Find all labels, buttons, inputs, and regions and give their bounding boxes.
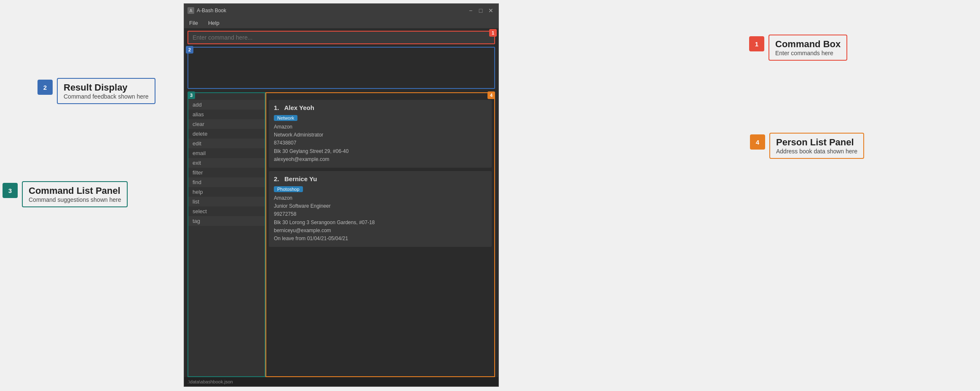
- label-title-persons: Person List Panel: [776, 137, 857, 148]
- command-item-tag[interactable]: tag: [188, 216, 265, 226]
- label-box-result: Result Display Command feedback shown he…: [57, 78, 155, 104]
- command-list-badge: 3: [187, 91, 195, 99]
- result-display-badge: 2: [186, 46, 193, 54]
- person-name-2: 2. Bernice Yu: [274, 175, 487, 182]
- command-item-help[interactable]: help: [188, 187, 265, 197]
- person-list-wrapper: 4 1. Alex Yeoh Network Amazon Network Ad…: [265, 92, 495, 377]
- app-icon: A: [187, 7, 194, 14]
- bottom-area: 3 add alias clear delete edit email exit…: [184, 91, 498, 377]
- person-list-badge: 4: [487, 91, 495, 99]
- command-item-select[interactable]: select: [188, 206, 265, 216]
- person-detail-2: Amazon Junior Software Engineer 99272758…: [274, 194, 487, 243]
- title-bar: A A-Bash Book − □ ✕: [184, 4, 498, 17]
- person-tag-2: Photoshop: [274, 186, 303, 192]
- label-command-box: 1 Command Box Enter commands here: [749, 35, 847, 61]
- label-command-list: 3 Command List Panel Command suggestions…: [3, 181, 128, 207]
- command-item-clear[interactable]: clear: [188, 119, 265, 129]
- label-subtitle-cmdbox: Enter commands here: [775, 50, 841, 56]
- label-box-command: Command List Panel Command suggestions s…: [22, 181, 128, 207]
- label-title-result: Result Display: [64, 82, 149, 93]
- menu-bar: File Help: [184, 17, 498, 28]
- label-box-cmdbox: Command Box Enter commands here: [768, 35, 847, 61]
- person-name-1: 1. Alex Yeoh: [274, 104, 487, 111]
- label-box-persons: Person List Panel Address book data show…: [769, 133, 864, 159]
- label-subtitle-result: Command feedback shown here: [64, 93, 149, 100]
- person-detail-1: Amazon Network Administrator 87438807 Bl…: [274, 123, 487, 163]
- label-subtitle-command: Command suggestions shown here: [29, 196, 121, 203]
- command-input[interactable]: [187, 31, 495, 44]
- label-badge-persons: 4: [750, 134, 765, 150]
- command-item-filter[interactable]: filter: [188, 168, 265, 177]
- label-title-command: Command List Panel: [29, 185, 121, 196]
- command-box-section: 1: [184, 28, 498, 47]
- app-title: A-Bash Book: [197, 8, 466, 13]
- person-card-2[interactable]: 2. Bernice Yu Photoshop Amazon Junior So…: [269, 171, 492, 247]
- result-display-panel: [187, 47, 495, 89]
- label-person-list: 4 Person List Panel Address book data sh…: [750, 133, 864, 159]
- minimize-button[interactable]: −: [466, 6, 475, 15]
- command-box-badge: 1: [489, 29, 497, 37]
- label-title-cmdbox: Command Box: [775, 39, 841, 50]
- command-item-list[interactable]: list: [188, 197, 265, 206]
- menu-help[interactable]: Help: [206, 19, 221, 27]
- app-window: A A-Bash Book − □ ✕ File Help 1 2 3 add …: [184, 3, 499, 387]
- command-item-delete[interactable]: delete: [188, 129, 265, 139]
- maximize-button[interactable]: □: [477, 6, 485, 15]
- command-item-add[interactable]: add: [188, 100, 265, 110]
- command-item-email[interactable]: email: [188, 148, 265, 158]
- person-tag-1: Network: [274, 115, 297, 121]
- window-controls: − □ ✕: [466, 6, 495, 15]
- menu-file[interactable]: File: [187, 19, 200, 27]
- command-list-panel[interactable]: add alias clear delete edit email exit f…: [187, 92, 265, 377]
- label-subtitle-persons: Address book data shown here: [776, 148, 857, 155]
- command-list-wrapper: 3 add alias clear delete edit email exit…: [187, 92, 265, 377]
- label-badge-result: 2: [37, 80, 53, 95]
- command-item-find[interactable]: find: [188, 177, 265, 187]
- result-display-section: 2: [184, 47, 498, 91]
- close-button[interactable]: ✕: [487, 6, 495, 15]
- command-item-alias[interactable]: alias: [188, 110, 265, 119]
- status-text: .\data\abashbook.json: [187, 379, 233, 384]
- label-badge-cmdbox: 1: [749, 36, 764, 51]
- command-item-edit[interactable]: edit: [188, 139, 265, 148]
- command-item-exit[interactable]: exit: [188, 158, 265, 168]
- person-list-panel[interactable]: 1. Alex Yeoh Network Amazon Network Admi…: [265, 92, 495, 377]
- label-result-display: 2 Result Display Command feedback shown …: [37, 78, 155, 104]
- label-badge-command: 3: [3, 183, 18, 198]
- person-card-1[interactable]: 1. Alex Yeoh Network Amazon Network Admi…: [269, 100, 492, 168]
- status-bar: .\data\abashbook.json: [184, 377, 498, 386]
